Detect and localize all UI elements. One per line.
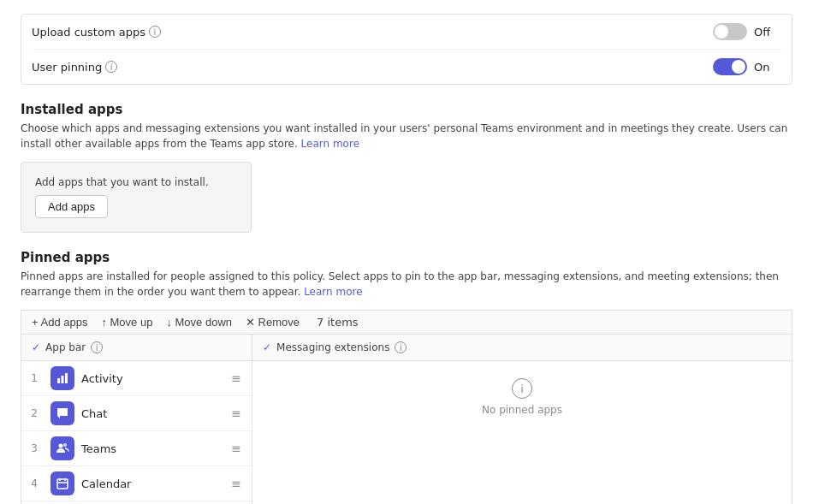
drag-handle-icon[interactable]: ≡ (231, 371, 248, 385)
app-bar-check-icon: ✓ (32, 341, 40, 353)
row-number: 1 (21, 372, 47, 384)
row-left-content: Teams ≡ (47, 431, 252, 465)
upload-custom-apps-toggle[interactable] (713, 23, 747, 40)
row-left-content: Chat ≡ (47, 396, 252, 430)
table-row[interactable]: 2 Chat ≡ (21, 396, 252, 431)
pinned-apps-learn-more[interactable]: Learn more (304, 286, 362, 298)
chat-icon (50, 401, 74, 425)
upload-custom-apps-toggle-area: Off (713, 23, 781, 40)
user-pinning-toggle-area: On (713, 58, 781, 75)
pinned-apps-table: ✓ App bar i ✓ Messaging extensions i 1 (21, 334, 792, 504)
pinned-apps-title: Pinned apps (21, 250, 792, 265)
no-pinned-label: No pinned apps (482, 404, 562, 416)
row-number: 2 (21, 407, 47, 419)
messaging-check-icon: ✓ (263, 341, 271, 353)
app-bar-list: 1 Activity ≡ 2 (21, 361, 252, 504)
add-apps-button[interactable]: Add apps (35, 195, 108, 218)
table-row[interactable]: 4 Calendar ≡ (21, 466, 252, 501)
row-left-content: Activity ≡ (47, 361, 252, 395)
installed-apps-section: Installed apps Choose which apps and mes… (21, 102, 792, 233)
svg-rect-2 (65, 373, 68, 383)
app-bar-header: ✓ App bar i (21, 335, 252, 360)
upload-custom-apps-label-group: Upload custom apps i (32, 26, 713, 39)
row-number: 4 (21, 477, 47, 489)
table-row[interactable]: 3 Teams ≡ (21, 431, 252, 466)
drag-handle-icon[interactable]: ≡ (231, 442, 248, 455)
pinned-apps-toolbar: + Add apps ↑ Move up ↓ Move down ✕ Remov… (21, 310, 792, 334)
app-name: Chat (81, 407, 224, 420)
pinned-add-apps-button[interactable]: + Add apps (32, 316, 87, 329)
activity-icon (50, 366, 74, 390)
upload-custom-apps-knob (715, 25, 728, 39)
no-pinned-message: i No pinned apps (465, 361, 579, 433)
user-pinning-row: User pinning i On (32, 50, 781, 84)
pinned-move-down-button[interactable]: ↓ Move down (166, 316, 232, 329)
user-pinning-knob (732, 60, 745, 74)
row-left-content: Calendar ≡ (47, 466, 252, 501)
user-pinning-toggle[interactable] (713, 58, 747, 75)
upload-custom-apps-label: Upload custom apps (32, 26, 145, 39)
table-row[interactable]: 1 Activity ≡ (21, 361, 252, 396)
row-number: 3 (21, 442, 47, 454)
messaging-extensions-header: ✓ Messaging extensions i (252, 335, 792, 360)
pinned-table-header: ✓ App bar i ✓ Messaging extensions i (21, 335, 792, 361)
user-pinning-label: User pinning (32, 61, 102, 74)
pinned-remove-button[interactable]: ✕ Remove (246, 316, 300, 329)
upload-custom-apps-row: Upload custom apps i Off (32, 15, 781, 50)
svg-point-4 (63, 443, 67, 447)
drag-handle-icon[interactable]: ≡ (231, 406, 248, 420)
upload-custom-apps-value: Off (754, 26, 770, 39)
app-name: Teams (81, 442, 224, 455)
app-bar-info-icon[interactable]: i (91, 341, 103, 353)
user-pinning-info-icon[interactable]: i (105, 61, 117, 73)
messaging-info-icon[interactable]: i (395, 341, 406, 353)
messaging-extensions-panel: i No pinned apps (252, 361, 792, 504)
app-name: Calendar (81, 477, 224, 490)
no-pinned-info-icon: i (512, 378, 532, 399)
pinned-apps-description: Pinned apps are installed for people ass… (21, 269, 792, 299)
user-pinning-label-group: User pinning i (32, 61, 713, 74)
svg-point-3 (59, 444, 63, 448)
svg-rect-5 (57, 479, 68, 489)
pinned-move-up-button[interactable]: ↑ Move up (101, 316, 152, 329)
pinned-items-count: 7 items (317, 316, 359, 329)
toggle-section: Upload custom apps i Off User pinning i … (21, 14, 792, 85)
installed-apps-title: Installed apps (21, 102, 792, 117)
installed-apps-learn-more[interactable]: Learn more (301, 138, 359, 150)
pinned-table-body: 1 Activity ≡ 2 (21, 361, 792, 504)
installed-apps-description: Choose which apps and messaging extensio… (21, 121, 792, 151)
add-apps-prompt: Add apps that you want to install. (35, 176, 237, 188)
svg-rect-0 (57, 378, 60, 383)
teams-icon (50, 436, 74, 460)
upload-custom-apps-info-icon[interactable]: i (149, 26, 161, 38)
installed-apps-box: Add apps that you want to install. Add a… (21, 162, 252, 233)
pinned-apps-section: Pinned apps Pinned apps are installed fo… (21, 250, 792, 504)
svg-rect-1 (62, 376, 64, 383)
calendar-icon (50, 471, 74, 495)
drag-handle-icon[interactable]: ≡ (231, 477, 248, 490)
app-name: Activity (81, 372, 224, 385)
user-pinning-value: On (754, 61, 769, 74)
